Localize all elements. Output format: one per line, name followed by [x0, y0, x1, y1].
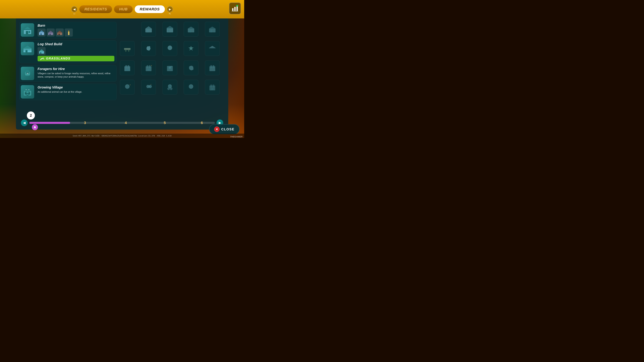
svg-rect-39 — [28, 92, 30, 94]
progress-node-3[interactable]: 3 — [81, 119, 89, 127]
foragers-title: Foragers for Hire — [38, 67, 114, 71]
svg-point-86 — [211, 67, 212, 68]
log-shed-icons-row — [38, 47, 114, 55]
growing-village-content: Growing Village An additional animal can… — [36, 84, 116, 95]
bottom-info-text: Seed:497,894,371 WorldID: 6864623df5384e… — [72, 135, 172, 137]
svg-rect-44 — [147, 30, 148, 32]
progress-node-2-wrap: 2 — [31, 115, 39, 130]
svg-rect-6 — [26, 31, 28, 34]
growing-village-icon: + — [21, 85, 34, 98]
svg-rect-8 — [24, 29, 32, 30]
r1-label: R1 — [169, 13, 171, 14]
reward-foragers: ⊙ Foragers for Hire Villagers can be ask… — [19, 65, 116, 82]
grid-item-12: zzz — [162, 60, 177, 75]
growing-village-description: An additional animal can live at this vi… — [38, 90, 114, 94]
svg-point-106 — [192, 85, 192, 86]
r1-arrow-wrap: ▶ R1 — [167, 6, 173, 12]
progress-node-3-label: 3 — [84, 121, 86, 125]
svg-point-87 — [213, 67, 214, 68]
stats-icon-button[interactable] — [229, 2, 241, 14]
svg-rect-108 — [210, 85, 212, 86]
grid-item-16: + — [141, 80, 156, 94]
grid-item-2 — [162, 22, 177, 36]
svg-point-101 — [170, 85, 171, 86]
grid-item-11: + — [141, 60, 156, 75]
close-x-icon — [215, 128, 218, 131]
progress-prev-button[interactable]: ◀ — [21, 119, 28, 126]
svg-rect-54 — [211, 30, 212, 32]
svg-rect-56 — [124, 49, 130, 50]
topbar-watermark — [0, 0, 244, 18]
svg-point-89 — [126, 85, 127, 86]
r1-nav-button[interactable]: ▶ — [167, 6, 173, 12]
foragers-content: Foragers for Hire Villagers can be asked… — [36, 65, 116, 80]
svg-marker-5 — [24, 27, 31, 30]
svg-text:z: z — [171, 65, 172, 67]
close-button[interactable]: CLOSE — [209, 124, 240, 134]
log-shed-building-icon — [22, 43, 32, 54]
progress-node-4[interactable]: 4 — [122, 119, 130, 127]
grasslands-banner: GRASSLANDS — [38, 56, 114, 61]
l1-arrow-wrap: ◀ L1 — [71, 6, 77, 12]
grid-item-18 — [184, 80, 198, 94]
grid-item-14 — [205, 60, 220, 75]
barn-title: Barn — [38, 24, 114, 27]
progress-node-2[interactable]: 2 — [27, 111, 35, 119]
home-icon — [33, 126, 36, 129]
main-panel: Barn — [16, 18, 228, 130]
barn-content: Barn — [36, 22, 116, 38]
svg-rect-109 — [213, 85, 214, 86]
svg-rect-76 — [147, 69, 150, 71]
svg-point-69 — [128, 67, 129, 68]
svg-point-111 — [213, 86, 214, 87]
grasslands-label: GRASSLANDS — [46, 57, 70, 60]
grid-item-5 — [120, 41, 135, 56]
svg-rect-55 — [124, 48, 130, 49]
l1-nav-button[interactable]: ◀ — [71, 6, 77, 12]
svg-rect-72 — [146, 65, 148, 66]
progress-node-4-label: 4 — [125, 121, 127, 125]
svg-marker-43 — [146, 26, 152, 28]
svg-point-110 — [211, 86, 212, 87]
grid-item-7 — [162, 41, 177, 56]
svg-point-93 — [147, 86, 148, 86]
svg-text:+: + — [27, 94, 28, 95]
log-shed-variant-1 — [38, 47, 46, 55]
svg-rect-83 — [210, 66, 215, 71]
svg-marker-47 — [166, 26, 173, 28]
svg-text:+: + — [151, 64, 152, 66]
svg-point-75 — [149, 67, 150, 68]
progress-node-5[interactable]: 5 — [161, 119, 169, 127]
progress-node-6-label: 6 — [201, 121, 203, 125]
svg-point-74 — [147, 67, 148, 68]
progress-node-2-label: 2 — [30, 113, 32, 118]
thegamer-watermark: THEGAMER — [230, 135, 242, 138]
svg-rect-70 — [126, 69, 128, 71]
foragers-description: Villagers can be asked to forage nearby … — [38, 72, 114, 78]
barn-icon — [21, 23, 34, 37]
foragers-building-icon: ⊙ — [22, 68, 32, 78]
barn-variant-2 — [46, 28, 55, 36]
svg-rect-73 — [149, 65, 150, 66]
svg-rect-22 — [24, 48, 32, 49]
svg-point-20 — [68, 31, 69, 31]
svg-rect-7 — [28, 31, 30, 33]
growing-village-title: Growing Village — [38, 85, 114, 89]
progress-area: ◀ 2 3 — [19, 119, 225, 126]
svg-point-19 — [68, 31, 70, 32]
progress-node-5-label: 5 — [164, 121, 166, 125]
grid-item-9 — [205, 41, 220, 56]
grid-item-10 — [120, 60, 135, 75]
svg-rect-66 — [125, 65, 127, 66]
svg-rect-112 — [211, 88, 214, 90]
barn-icons-row — [38, 28, 114, 36]
rewards-grid: + zzz + + — [120, 22, 225, 117]
grid-item-1 — [141, 22, 156, 36]
grid-item-4 — [205, 22, 220, 36]
top-nav-bar: ◀ L1 RESIDENTS HUB REWARDS ▶ R1 — [0, 0, 244, 18]
grid-item-19 — [205, 80, 220, 94]
svg-point-90 — [128, 85, 129, 86]
progress-track: 2 3 4 — [29, 122, 215, 124]
progress-node-6[interactable]: 6 — [198, 119, 206, 127]
close-label: CLOSE — [221, 127, 234, 131]
